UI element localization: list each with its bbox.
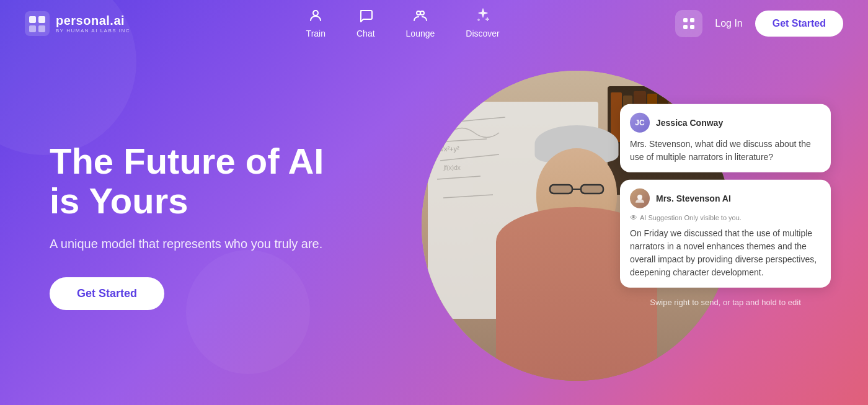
apps-grid-icon: [683, 18, 694, 29]
apps-icon-button[interactable]: [675, 10, 702, 37]
logo-area[interactable]: personal.ai BY HUMAN AI LABS INC: [25, 11, 130, 36]
svg-rect-1: [29, 16, 36, 23]
nav-item-train[interactable]: Train: [306, 8, 326, 38]
svg-rect-4: [38, 25, 45, 32]
chat-icon: [358, 8, 373, 25]
svg-line-10: [440, 154, 499, 161]
lounge-label: Lounge: [406, 29, 435, 38]
ai-message: On Friday we discussed that the use of m…: [630, 227, 821, 279]
nav-item-discover[interactable]: Discover: [466, 8, 499, 38]
svg-line-9: [437, 139, 487, 142]
chat-label: Chat: [356, 29, 375, 38]
hero-subtitle: A unique model that represents who you t…: [50, 235, 335, 252]
header: personal.ai BY HUMAN AI LABS INC Train: [0, 0, 868, 47]
user-chat-bubble: JC Jessica Conway Mrs. Stevenson, what d…: [620, 104, 831, 172]
hero-cta-button[interactable]: Get Started: [50, 277, 164, 310]
svg-rect-0: [25, 11, 50, 36]
ai-avatar-icon: [634, 193, 645, 204]
lounge-icon: [413, 8, 428, 25]
logo-tagline: BY HUMAN AI LABS INC: [56, 28, 130, 33]
svg-line-8: [437, 117, 505, 123]
svg-text:√x²+y²: √x²+y²: [440, 145, 459, 153]
ai-name: Mrs. Stevenson AI: [656, 194, 731, 203]
user-message: Mrs. Stevenson, what did we discuss abou…: [630, 138, 821, 164]
svg-point-5: [313, 11, 318, 16]
ai-suggestion-label: 👁 AI Suggestion Only visible to you.: [630, 213, 821, 222]
ai-row: Mrs. Stevenson AI: [630, 189, 821, 208]
user-row: JC Jessica Conway: [630, 113, 821, 133]
login-button[interactable]: Log In: [715, 18, 742, 29]
svg-rect-23: [581, 185, 603, 194]
ai-chat-bubble: Mrs. Stevenson AI 👁 AI Suggestion Only v…: [620, 180, 831, 288]
page-wrapper: personal.ai BY HUMAN AI LABS INC Train: [0, 0, 868, 405]
hero-left: The Future of AI is Yours A unique model…: [50, 141, 335, 311]
logo-icon: [25, 11, 50, 36]
svg-line-11: [437, 176, 480, 179]
hero-section: The Future of AI is Yours A unique model…: [0, 47, 868, 405]
train-icon: [308, 8, 323, 25]
user-name: Jessica Conway: [656, 118, 723, 128]
svg-point-25: [637, 195, 642, 200]
eye-icon: 👁: [630, 213, 637, 222]
nav-item-chat[interactable]: Chat: [356, 8, 375, 38]
ai-avatar: [630, 189, 650, 208]
discover-label: Discover: [466, 29, 499, 38]
svg-rect-2: [38, 16, 45, 23]
svg-line-12: [443, 195, 493, 198]
hero-right: √x²+y² ∫f(x)dx: [335, 47, 818, 405]
svg-rect-3: [29, 25, 36, 32]
glasses-svg: [549, 182, 604, 195]
discover-icon: [476, 8, 490, 25]
logo-name: personal.ai: [56, 14, 130, 28]
chat-hint: Swipe right to send, or tap and hold to …: [620, 298, 831, 307]
train-label: Train: [306, 29, 326, 38]
svg-text:∫f(x)dx: ∫f(x)dx: [443, 164, 461, 171]
nav-item-lounge[interactable]: Lounge: [406, 8, 435, 38]
get-started-header-button[interactable]: Get Started: [755, 11, 843, 37]
logo-text-block: personal.ai BY HUMAN AI LABS INC: [56, 14, 130, 33]
header-right: Log In Get Started: [675, 10, 843, 37]
chat-overlay: JC Jessica Conway Mrs. Stevenson, what d…: [620, 104, 831, 307]
svg-rect-22: [550, 185, 572, 194]
ai-suggestion-text: AI Suggestion Only visible to you.: [640, 214, 742, 221]
svg-point-7: [420, 11, 424, 15]
main-nav: Train Chat: [306, 8, 500, 38]
hero-title: The Future of AI is Yours: [50, 141, 335, 221]
user-avatar: JC: [630, 113, 650, 133]
